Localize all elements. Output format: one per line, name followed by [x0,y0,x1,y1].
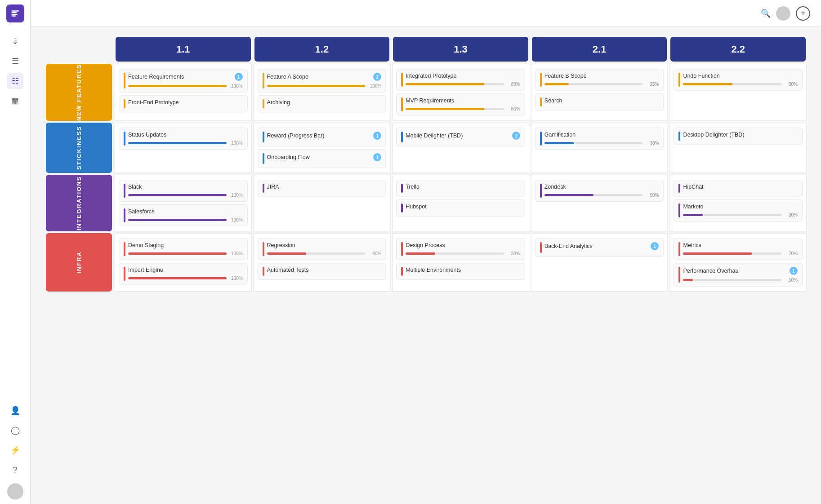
progress-label: 40% [368,251,381,256]
feature-card-name: Status Updates [128,132,166,138]
progress-bar-fill [683,83,732,85]
feature-badge: 2 [373,73,381,81]
feature-card-name: Feature Requirements [128,74,184,80]
card-color-bar [263,99,264,108]
card-color-bar [401,203,403,212]
sidebar-list-icon[interactable]: ☰ [7,53,23,69]
feature-card[interactable]: Automated Tests [258,263,387,280]
sidebar-bell-icon[interactable]: ◯ [7,422,23,438]
feature-badge: 1 [512,132,520,140]
feature-card[interactable]: Regression40% [258,238,387,260]
card-color-bar [401,73,403,87]
card-color-bar [263,153,264,164]
progress-bar-bg [128,194,227,196]
feature-card[interactable]: Gamification30% [535,128,664,150]
feature-card[interactable]: Hubspot [396,199,525,217]
card-color-bar [678,73,680,87]
feature-card[interactable]: Metrics70% [674,238,803,260]
card-color-bar [540,73,542,87]
roadmap-grid: 1.11.21.32.12.2NEW FEATURESFeature Requi… [44,36,808,292]
feature-card[interactable]: Trello [396,180,525,197]
progress-bar-bg [683,279,781,281]
card-color-bar [678,203,680,217]
feature-card-name: Mobile Delighter (TBD) [406,133,463,139]
feature-card[interactable]: Desktop Delighter (TBD) [674,128,803,145]
grid-cell-r2-c2: TrelloHubspot [392,175,529,231]
feature-card[interactable]: Undo Function50% [674,69,803,91]
feature-card[interactable]: Slack100% [119,180,248,202]
grid-cell-r0-c1: Feature A Scope2100%Archiving [254,64,391,121]
user-avatar[interactable] [776,6,790,21]
topbar-actions: 🔍 + [761,6,810,21]
feature-card[interactable]: Back-End Analytics1 [535,238,664,257]
row-label-stickiness: STICKINESS [46,123,112,173]
card-color-bar [124,184,125,198]
feature-card[interactable]: Performance Overhaul110% [674,263,803,287]
progress-bar-bg [128,252,227,255]
card-color-bar [124,208,125,222]
feature-card[interactable]: Salesforce100% [119,204,248,226]
sidebar-avatar[interactable] [7,483,23,500]
sidebar-question-icon[interactable]: ? [7,462,23,478]
feature-card[interactable]: Zendesk50% [535,180,664,202]
progress-bar-bg [406,252,504,255]
progress-bar-fill [128,142,227,144]
progress-bar-bg [683,252,781,255]
col-header-2.2: 2.2 [670,37,806,62]
sidebar-image-icon[interactable]: ▦ [7,93,23,109]
feature-card-name: Demo Staging [128,242,164,248]
feature-card[interactable]: Search [535,93,664,111]
feature-card[interactable]: Integrated Prototype80% [396,69,525,91]
grid-cell-r2-c3: Zendesk50% [531,175,668,231]
feature-card-name: Regression [267,242,295,248]
feature-card[interactable]: JIRA [258,180,387,197]
feature-card[interactable]: Front-End Prototype [119,95,248,112]
progress-bar-fill [683,279,693,281]
progress-label: 100% [229,251,243,256]
grid-empty-corner [44,36,114,63]
progress-bar-bg [406,83,504,85]
feature-card[interactable]: Marketo20% [674,199,803,221]
add-button[interactable]: + [796,6,810,21]
feature-card-name: Marketo [683,203,703,210]
feature-card-name: Gamification [544,132,576,138]
progress-bar-bg [544,142,643,144]
sidebar-download-icon[interactable]: ⇣ [7,33,23,49]
card-color-bar [678,184,680,193]
feature-card[interactable]: Design Process30% [396,238,525,260]
feature-card[interactable]: MVP Requirements80% [396,93,525,115]
feature-card[interactable]: HipChat [674,180,803,197]
progress-label: 10% [784,278,798,283]
progress-bar-fill [128,277,227,279]
progress-label: 100% [229,141,243,146]
grid-cell-r2-c4: HipChatMarketo20% [669,175,807,231]
grid-cell-r3-c3: Back-End Analytics1 [531,233,668,292]
sidebar-roadmap-icon[interactable]: ☷ [7,73,23,89]
progress-bar-fill [128,252,227,255]
grid-cell-r0-c2: Integrated Prototype80%MVP Requirements8… [392,64,529,121]
search-icon[interactable]: 🔍 [761,9,771,18]
card-color-bar [540,132,542,146]
feature-card[interactable]: Demo Staging100% [119,238,248,260]
feature-card[interactable]: Multiple Environments [396,263,525,280]
card-color-bar [401,97,403,111]
feature-badge: 1 [651,242,659,250]
progress-label: 100% [368,84,381,88]
app-logo[interactable] [6,4,24,22]
progress-bar-fill [544,142,574,144]
feature-badge: 1 [790,267,798,275]
feature-card[interactable]: Feature A Scope2100% [258,69,387,93]
feature-badge: 1 [373,132,381,140]
sidebar-person-icon[interactable]: 👤 [7,402,23,419]
feature-card[interactable]: Status Updates100% [119,128,248,150]
feature-card[interactable]: Import Engine100% [119,263,248,285]
feature-card[interactable]: Feature Requirements1100% [119,69,248,93]
card-color-bar [678,267,680,283]
feature-card[interactable]: Feature B Scope25% [535,69,664,91]
progress-bar-fill [406,83,484,85]
feature-card[interactable]: Archiving [258,95,387,112]
feature-card[interactable]: Onboarding Flow1 [258,149,387,168]
feature-card[interactable]: Reward (Progress Bar)1 [258,128,387,146]
sidebar-lightning-icon[interactable]: ⚡ [7,442,23,458]
feature-card[interactable]: Mobile Delighter (TBD)1 [396,128,525,146]
